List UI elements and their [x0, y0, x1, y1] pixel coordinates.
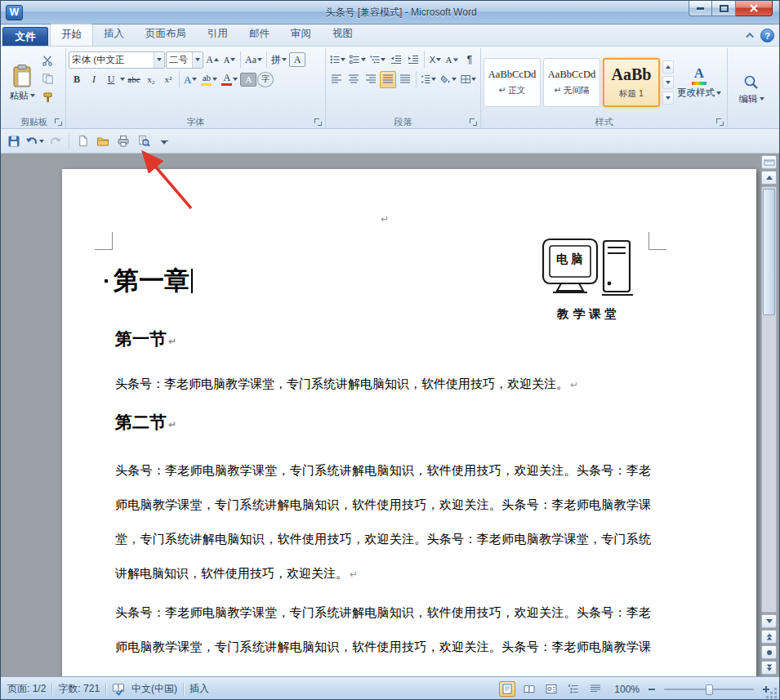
scrollbar-track[interactable] [761, 186, 777, 613]
print-preview-button[interactable] [135, 132, 153, 150]
font-color-button[interactable]: A [220, 71, 239, 88]
style-no-spacing[interactable]: AaBbCcDd ↵ 无间隔 [543, 58, 600, 107]
resize-grip[interactable] [767, 689, 778, 699]
character-border-button[interactable]: A [289, 52, 305, 67]
strikethrough-button[interactable]: abc [126, 71, 142, 88]
font-size-combo[interactable]: 二号 [166, 51, 203, 69]
maximize-button[interactable] [712, 1, 736, 16]
copy-button[interactable] [39, 70, 56, 87]
qat-customize-button[interactable] [155, 132, 173, 150]
cut-button[interactable] [39, 51, 56, 69]
justify-button[interactable] [380, 71, 396, 88]
sort-button[interactable]: A [444, 51, 461, 69]
word-count[interactable]: 字数: 721 [58, 682, 100, 696]
word-app-icon[interactable]: W [6, 5, 23, 20]
tab-file[interactable]: 文件 [2, 27, 48, 46]
font-name-combo[interactable]: 宋体 (中文正 [69, 51, 165, 69]
previous-page-button[interactable] [761, 630, 777, 644]
multilevel-list-button[interactable] [368, 51, 387, 69]
select-browse-object-button[interactable] [761, 645, 777, 659]
ruler-toggle-button[interactable] [761, 155, 777, 169]
new-document-button[interactable] [74, 132, 91, 150]
line-spacing-button[interactable] [419, 71, 438, 88]
insert-mode-indicator[interactable]: 插入 [189, 682, 209, 696]
computer-classroom-logo[interactable]: 电脑 教学课堂 [540, 238, 638, 326]
format-painter-button[interactable] [39, 89, 56, 106]
scrollbar-thumb[interactable] [763, 189, 775, 315]
decrease-indent-button[interactable] [388, 51, 404, 69]
print-layout-view-button[interactable] [499, 681, 515, 697]
tab-insert[interactable]: 插入 [93, 24, 135, 46]
underline-button[interactable]: U [103, 71, 119, 88]
styles-dialog-launcher[interactable] [715, 118, 724, 127]
title-bar[interactable]: W 头条号 [兼容模式] - Microsoft Word [1, 1, 779, 25]
paragraph-3[interactable]: 头条号：李老师电脑教学课堂，专门系统讲解电脑知识，软件使用技巧，欢迎关注。头条号… [115, 595, 651, 667]
open-button[interactable] [94, 132, 112, 150]
fullscreen-reading-view-button[interactable] [521, 681, 537, 697]
tab-page-layout[interactable]: 页面布局 [135, 24, 197, 46]
undo-button[interactable] [25, 132, 44, 150]
increase-indent-button[interactable] [405, 51, 421, 69]
tab-references[interactable]: 引用 [197, 24, 238, 46]
shrink-font-button[interactable]: A [221, 51, 238, 69]
repeat-button[interactable] [47, 132, 65, 150]
tab-review[interactable]: 审阅 [280, 24, 322, 46]
zoom-slider[interactable] [664, 684, 754, 695]
minimize-button[interactable] [689, 1, 712, 16]
close-button[interactable] [736, 1, 773, 16]
chapter-heading[interactable]: 第一章 [105, 264, 193, 298]
highlight-button[interactable]: ab [199, 71, 219, 88]
align-center-button[interactable] [345, 71, 362, 88]
zoom-level[interactable]: 100% [614, 684, 640, 695]
section1-heading[interactable]: 第一节 ↵ [115, 328, 176, 350]
zoom-slider-thumb[interactable] [706, 684, 713, 695]
bullets-button[interactable] [328, 51, 347, 69]
paragraph-1[interactable]: 头条号：李老师电脑教学课堂，专门系统讲解电脑知识，软件使用技巧，欢迎关注。↵ [115, 375, 651, 394]
document-page[interactable]: ↵ 第一章 电脑 教学课堂 [62, 169, 756, 676]
bold-button[interactable]: B [69, 71, 85, 88]
show-marks-button[interactable]: ¶ [461, 51, 478, 69]
enclose-characters-button[interactable]: 字 [257, 72, 274, 87]
scroll-down-button[interactable] [761, 614, 777, 628]
save-button[interactable] [5, 132, 23, 150]
subscript-button[interactable]: x₂ [143, 71, 159, 88]
tab-home[interactable]: 开始 [50, 24, 93, 46]
help-button[interactable]: ? [760, 29, 774, 42]
italic-button[interactable]: I [86, 71, 102, 88]
character-shading-button[interactable]: A [240, 73, 256, 87]
paragraph-dialog-launcher[interactable] [469, 118, 478, 127]
language-indicator[interactable]: 中文(中国) [131, 682, 177, 696]
phonetic-guide-button[interactable]: 拼 [270, 51, 288, 69]
scroll-up-button[interactable] [761, 171, 777, 185]
font-dialog-launcher[interactable] [314, 118, 323, 127]
draft-view-button[interactable] [587, 681, 604, 697]
web-layout-view-button[interactable] [543, 681, 559, 697]
spellcheck-status-button[interactable] [112, 683, 126, 696]
zoom-out-button[interactable] [645, 683, 658, 696]
styles-gallery-down-icon[interactable] [662, 76, 674, 89]
style-normal[interactable]: AaBbCcDd ↵ 正文 [484, 58, 541, 107]
styles-gallery-more-icon[interactable] [662, 91, 674, 105]
page-indicator[interactable]: 页面: 1/2 [7, 682, 46, 696]
tab-mailings[interactable]: 邮件 [238, 24, 280, 46]
style-heading1[interactable]: AaBb 标题 1 [603, 58, 660, 107]
align-left-button[interactable] [328, 71, 345, 88]
minimize-ribbon-icon[interactable] [746, 33, 754, 41]
paste-button[interactable]: 粘贴 [5, 50, 39, 115]
grow-font-button[interactable]: A [204, 51, 221, 69]
text-effects-button[interactable]: A [182, 71, 198, 88]
paragraph-2[interactable]: 头条号：李老师电脑教学课堂，专门系统讲解电脑知识，软件使用技巧，欢迎关注。头条号… [115, 453, 651, 594]
change-case-button[interactable]: Aa [243, 51, 264, 69]
shading-button[interactable] [439, 71, 457, 88]
align-right-button[interactable] [363, 71, 379, 88]
change-styles-button[interactable]: A 更改样式 [676, 65, 722, 100]
borders-button[interactable] [459, 71, 478, 88]
outline-view-button[interactable] [565, 681, 582, 697]
clipboard-dialog-launcher[interactable] [54, 118, 63, 127]
section2-heading[interactable]: 第二节 ↵ [115, 411, 176, 434]
next-page-button[interactable] [761, 661, 777, 675]
quick-print-button[interactable] [114, 132, 132, 150]
editing-button[interactable]: 编辑 [734, 72, 769, 107]
styles-gallery-up-icon[interactable] [662, 60, 674, 74]
asian-layout-button[interactable]: X [427, 51, 443, 69]
